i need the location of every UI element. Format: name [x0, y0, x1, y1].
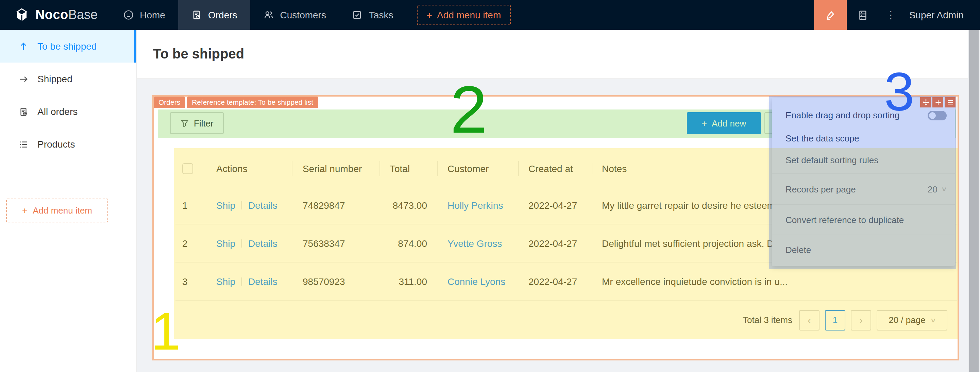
order-document-icon — [191, 10, 202, 21]
menu-item-set-default-sorting-rules[interactable]: Set default sorting rules — [772, 149, 955, 172]
created-at-cell: 2022-04-27 — [518, 238, 592, 248]
nav-item-orders[interactable]: Orders — [178, 0, 250, 30]
add-menu-item-label: Add menu item — [437, 10, 501, 21]
menu-item-label: Delete — [786, 245, 811, 255]
drag-block-handle[interactable] — [920, 97, 931, 107]
chevron-left-icon: ‹ — [808, 314, 811, 326]
serial-number-cell: 74829847 — [292, 200, 380, 210]
notes-cell: Mr excellence inquietude conviction is i… — [592, 276, 958, 287]
nav-item-label: Home — [140, 10, 165, 21]
menu-item-label: Set the data scope — [786, 133, 859, 143]
plus-icon: + — [702, 118, 707, 128]
top-navbar: NocoBase Home — [0, 0, 980, 30]
chevron-right-icon: › — [859, 314, 863, 326]
customer-link[interactable]: Holly Perkins — [447, 200, 503, 210]
plus-icon: + — [22, 205, 27, 216]
sidebar-item-label: To be shipped — [37, 41, 97, 52]
app-screen: NocoBase Home — [0, 0, 980, 372]
nav-item-home[interactable]: Home — [110, 0, 178, 30]
page-size-value: 20 / page — [889, 315, 925, 325]
filter-label: Filter — [194, 118, 213, 128]
more-actions-button[interactable]: ⋮ — [879, 0, 902, 30]
toggle-knob — [929, 112, 936, 119]
sidebar-item-label: Products — [37, 139, 75, 149]
scrollbar-thumb[interactable] — [969, 30, 978, 372]
menu-item-convert-reference[interactable]: Convert reference to duplicate — [772, 207, 955, 232]
pagination-page-1[interactable]: 1 — [825, 310, 845, 330]
details-link[interactable]: Details — [248, 276, 277, 287]
ui-editor-button[interactable] — [814, 0, 847, 30]
sidebar: To be shipped Shipped All orders — [0, 30, 137, 372]
add-new-button[interactable]: + Add new — [687, 112, 761, 134]
collection-badge: Orders — [154, 97, 185, 108]
nocobase-logo[interactable]: NocoBase — [0, 0, 110, 30]
page-size-select[interactable]: 20 / page ∨ — [877, 310, 947, 330]
main-menu: Home Orders Customers — [110, 0, 406, 30]
sidebar-item-shipped[interactable]: Shipped — [0, 62, 136, 95]
block-settings-dropdown: Enable drag and drop sorting Set the dat… — [772, 98, 955, 266]
sidebar-item-all-orders[interactable]: All orders — [0, 95, 136, 128]
customer-link[interactable]: Yvette Gross — [447, 238, 502, 248]
column-header-customer: Customer — [437, 163, 518, 174]
serial-number-cell: 98570923 — [292, 276, 380, 287]
plugins-button[interactable] — [847, 0, 879, 30]
select-all-checkbox[interactable] — [182, 163, 193, 174]
total-cell: 874.00 — [380, 238, 437, 248]
plus-icon — [934, 99, 942, 106]
sidebar-item-to-be-shipped[interactable]: To be shipped — [0, 30, 136, 62]
menu-item-label: Set default sorting rules — [786, 155, 878, 165]
arrow-right-icon — [18, 73, 29, 84]
action-divider — [242, 201, 242, 209]
nav-item-tasks[interactable]: Tasks — [339, 0, 406, 30]
plus-icon: + — [427, 10, 432, 21]
table-footer: Total 3 items ‹ 1 › 20 / page ∨ — [175, 300, 958, 339]
nav-item-customers[interactable]: Customers — [250, 0, 339, 30]
menu-item-delete[interactable]: Delete — [772, 237, 955, 262]
details-link[interactable]: Details — [248, 200, 277, 210]
user-name: Super Admin — [909, 10, 964, 21]
menu-item-records-per-page[interactable]: Records per page 20 ∨ — [772, 176, 955, 202]
nav-item-label: Tasks — [369, 10, 393, 21]
user-menu[interactable]: Super Admin — [902, 0, 980, 30]
filter-button[interactable]: Filter — [170, 112, 224, 134]
created-at-cell: 2022-04-27 — [518, 200, 592, 210]
sidebar-item-products[interactable]: Products — [0, 128, 136, 161]
row-actions: ShipDetails — [208, 238, 292, 248]
drag-sorting-toggle[interactable] — [928, 111, 947, 120]
row-index: 1 — [175, 200, 208, 210]
details-link[interactable]: Details — [248, 238, 277, 248]
navbar-add-menu-item-button[interactable]: + Add menu item — [417, 5, 511, 25]
page-header: To be shipped — [136, 30, 968, 79]
add-block-button[interactable] — [932, 97, 943, 107]
column-header-serial-number: Serial number — [292, 163, 380, 174]
ship-link[interactable]: Ship — [216, 238, 235, 248]
brand-noco: Noco — [35, 8, 68, 22]
block-designer-menu-button[interactable] — [945, 97, 956, 107]
chevron-down-icon: ∨ — [930, 316, 936, 323]
menu-divider — [772, 173, 955, 174]
task-check-icon — [352, 10, 363, 21]
ship-link[interactable]: Ship — [216, 200, 235, 210]
total-cell: 311.00 — [380, 276, 437, 287]
column-header-created-at: Created at — [518, 163, 592, 174]
customer-link[interactable]: Connie Lyons — [447, 276, 505, 287]
filter-funnel-icon — [180, 119, 189, 127]
pagination-next-button[interactable]: › — [851, 310, 871, 330]
kebab-icon: ⋮ — [886, 9, 896, 21]
menu-divider — [772, 204, 955, 205]
list-icon — [18, 139, 29, 149]
move-icon — [922, 99, 929, 106]
add-new-label: Add new — [712, 118, 746, 128]
pagination-prev-button[interactable]: ‹ — [799, 310, 819, 330]
order-document-icon — [18, 106, 29, 117]
ship-link[interactable]: Ship — [216, 276, 235, 287]
created-at-cell: 2022-04-27 — [518, 276, 592, 287]
menu-item-label: Records per page — [786, 184, 928, 194]
sidebar-item-label: All orders — [37, 106, 78, 117]
sidebar-add-menu-item-button[interactable]: + Add menu item — [6, 199, 108, 223]
add-menu-item-label: Add menu item — [33, 205, 92, 216]
action-divider — [242, 277, 242, 285]
menu-item-set-data-scope[interactable]: Set the data scope — [772, 128, 955, 149]
highlighter-icon — [825, 9, 836, 21]
row-actions: ShipDetails — [208, 276, 292, 287]
